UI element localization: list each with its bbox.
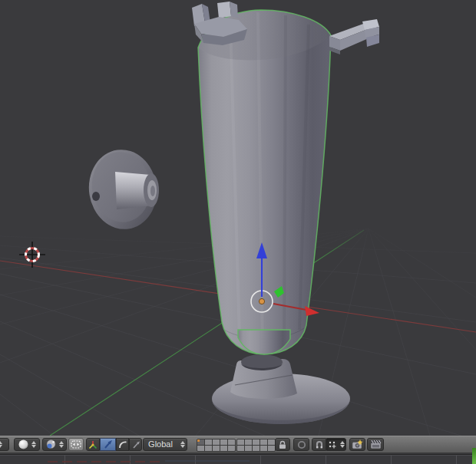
layers-group-2[interactable] [236,439,276,452]
viewport-shading-dropdown[interactable] [14,438,40,451]
pivot-spinner[interactable] [59,441,64,448]
mode-dropdown[interactable] [0,438,9,451]
strip-x-axis-marks [48,461,163,462]
viewport-shading-sphere-icon [18,439,28,449]
orientation-spinner[interactable] [180,441,185,448]
strip-marks [165,460,250,462]
snap-element-dropdown[interactable] [326,438,346,451]
scene-lock-icon [278,440,287,449]
rotate-manipulator-button[interactable] [116,438,129,451]
blender-window: Global [0,0,476,464]
rotate-arc-icon [118,440,127,449]
translate-arrow-icon [103,439,113,449]
mode-spinner[interactable] [0,441,2,448]
render-animation-button[interactable] [367,438,384,451]
pivot-point-dropdown[interactable] [42,438,67,451]
layers-group-1[interactable] [197,439,236,452]
secondary-editor-strip[interactable] [0,454,476,464]
manipulator-toggle[interactable] [86,438,100,451]
translate-manipulator-button[interactable] [100,438,116,451]
scale-manipulator-button[interactable] [129,438,142,451]
snap-magnet-icon [315,440,324,449]
strip-y-axis-sliver [472,448,476,464]
proportional-edit-button[interactable] [293,438,309,451]
manipulator-group [86,438,142,451]
orientation-label: Global [144,440,177,449]
manipulate-centers-toggle[interactable] [68,438,84,451]
pivot-center-sphere-icon [46,439,56,449]
scale-arrow-icon [131,440,140,449]
snap-increment-icon [328,440,337,449]
viewport-header: Global [0,436,476,453]
object-origin-dot [259,298,264,304]
3d-viewport[interactable] [0,0,476,436]
scene-lock-button[interactable] [275,438,290,451]
manipulator-axes-icon [88,440,98,449]
render-image-button[interactable] [349,438,365,451]
snap-element-spinner[interactable] [340,441,345,448]
shading-spinner[interactable] [31,441,36,448]
render-animation-clapper-icon [370,439,382,449]
render-camera-icon [352,439,363,449]
proportional-edit-circle-icon [297,440,306,449]
manipulate-centers-icon [71,440,81,449]
snap-toggle-button[interactable] [312,438,326,451]
transform-orientation-dropdown[interactable]: Global [143,438,187,451]
